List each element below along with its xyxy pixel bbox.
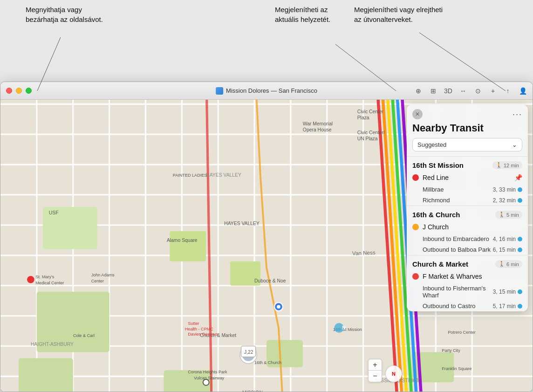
destination-name: Inbound to Fisherman's Wharf <box>423 285 493 299</box>
realtime-icon <box>518 304 522 309</box>
station-church-market: Church & Market 🚶 6 min F Market & Wharv… <box>407 255 528 311</box>
transit-line-f: F Market & Wharves <box>407 270 528 283</box>
svg-text:Cole & Carl: Cole & Carl <box>73 333 95 338</box>
close-button[interactable] <box>6 88 12 94</box>
line-name: F Market & Wharves <box>423 273 522 280</box>
compass-label: N <box>392 371 396 377</box>
search-button[interactable]: ⊙ <box>474 87 482 95</box>
transit-line-red: Red Line 📌 <box>407 171 528 184</box>
dest-castro[interactable]: Outbound to Castro 5, 17 min <box>407 301 528 311</box>
dest-richmond[interactable]: Richmond 2, 32 min <box>407 195 528 206</box>
destination-name: Richmond <box>423 197 493 204</box>
routes-callout: Megjelenítheti vagy elrejthetiaz útvonal… <box>354 5 443 24</box>
destination-name: Inbound to Embarcadero <box>423 235 493 242</box>
destination-name: Outbound to Balboa Park <box>423 246 493 253</box>
walk-icon: 🚶 <box>499 261 505 267</box>
overlay-button[interactable]: ⊞ <box>429 87 437 95</box>
sidebar-more-button[interactable]: ··· <box>512 110 522 119</box>
svg-text:Van Ness: Van Ness <box>352 249 376 256</box>
transit-time: 2, 32 min <box>493 197 522 204</box>
window-title: Mission Dolores — San Francisco <box>216 87 317 95</box>
directions-button[interactable]: ↔ <box>459 87 467 95</box>
zoom-out-button[interactable]: − <box>369 371 382 382</box>
svg-text:Davies Campus: Davies Campus <box>188 332 218 337</box>
line-name: J Church <box>423 223 522 231</box>
svg-text:HAYES VALLEY: HAYES VALLEY <box>206 172 241 178</box>
dropdown-value: Suggested <box>417 141 446 148</box>
add-button[interactable]: + <box>489 87 497 95</box>
transit-time: 3, 15 min <box>493 289 522 295</box>
dest-millbrae[interactable]: Millbrae 3, 33 min <box>407 184 528 195</box>
station-name: Church & Market <box>412 260 468 268</box>
callout-lines <box>0 0 533 93</box>
svg-text:Party City: Party City <box>442 348 460 353</box>
svg-text:Health - CPMC: Health - CPMC <box>185 327 213 331</box>
svg-text:PAINTED LADIES: PAINTED LADIES <box>173 173 207 178</box>
realtime-icon <box>518 198 522 203</box>
svg-text:Opera House: Opera House <box>303 127 332 132</box>
svg-text:Franklin Square: Franklin Square <box>442 366 472 371</box>
title-text: Mission Dolores — San Francisco <box>226 87 317 94</box>
sidebar-header: ✕ ··· <box>407 104 528 122</box>
maximize-button[interactable] <box>26 88 32 94</box>
svg-text:Corona Heights Park: Corona Heights Park <box>188 370 227 374</box>
svg-text:John Adams: John Adams <box>91 273 115 277</box>
transit-line-j: J Church <box>407 220 528 234</box>
dest-embarcadero[interactable]: Inbound to Embarcadero 4, 16 min <box>407 234 528 244</box>
station-walk-time: 🚶 6 min <box>495 260 522 268</box>
destination-name: Outbound to Castro <box>423 303 493 309</box>
line-color-dot <box>412 174 419 181</box>
main-window: Mission Dolores — San Francisco ⊕ ⊞ 3D ↔… <box>0 82 533 392</box>
svg-text:16th & Church: 16th & Church <box>254 360 281 365</box>
walk-icon: 🚶 <box>499 212 505 218</box>
profile-button[interactable]: 👤 <box>519 87 527 95</box>
compass[interactable]: N <box>385 365 402 382</box>
sidebar-callout: Megnyithatja vagybezárhatja az oldalsávo… <box>26 5 103 24</box>
sidebar-title: Nearby Transit <box>407 122 528 138</box>
svg-text:J,22: J,22 <box>244 350 253 355</box>
svg-text:MISSION: MISSION <box>242 390 263 392</box>
svg-text:Alamo Square: Alamo Square <box>167 238 198 243</box>
dest-fishermans-wharf[interactable]: Inbound to Fisherman's Wharf 3, 15 min <box>407 283 528 301</box>
station-name: 16th & Church <box>412 211 460 219</box>
svg-text:N: N <box>342 325 346 330</box>
map-container[interactable]: TENDERLOIN HAYES VALLEY HAIGHT-ASHBURY C… <box>0 100 533 392</box>
realtime-icon <box>518 289 522 294</box>
share-button[interactable]: ↑ <box>504 87 512 95</box>
sort-dropdown[interactable]: Suggested ⌄ <box>412 138 522 151</box>
transit-time: 3, 33 min <box>493 186 522 193</box>
station-name: 16th St Mission <box>412 161 464 169</box>
transit-time: 5, 17 min <box>493 303 522 309</box>
transit-time: 4, 16 min <box>493 236 522 242</box>
station-16th-church: 16th & Church 🚶 5 min J Church Inbound t… <box>407 206 528 255</box>
svg-rect-35 <box>170 231 206 261</box>
minimize-button[interactable] <box>16 88 22 94</box>
svg-text:Medical Center: Medical Center <box>35 281 64 285</box>
zoom-controls: + − <box>368 359 382 382</box>
station-header: 16th St Mission 🚶 12 min <box>407 157 528 171</box>
sidebar-close-button[interactable]: ✕ <box>412 109 423 119</box>
svg-text:Plaza: Plaza <box>357 115 369 120</box>
titlebar: Mission Dolores — San Francisco ⊕ ⊞ 3D ↔… <box>0 82 533 100</box>
svg-text:Civic Center: Civic Center <box>357 109 384 114</box>
svg-text:Civic Center/: Civic Center/ <box>357 130 385 135</box>
location-button[interactable]: ⊕ <box>414 87 423 95</box>
realtime-icon <box>518 248 522 252</box>
svg-rect-30 <box>19 358 73 392</box>
svg-point-78 <box>277 305 280 309</box>
3d-button[interactable]: 3D <box>444 87 452 95</box>
line-name: Red Line <box>423 174 511 181</box>
toolbar-actions: ⊕ ⊞ 3D ↔ ⊙ + ↑ 👤 <box>414 87 527 95</box>
callout-area: Megnyithatja vagybezárhatja az oldalsávo… <box>0 0 533 93</box>
svg-text:HAYES VALLEY: HAYES VALLEY <box>224 221 260 226</box>
station-16th-st-mission: 16th St Mission 🚶 12 min Red Line 📌 Mill… <box>407 156 528 206</box>
dest-balboa[interactable]: Outbound to Balboa Park 6, 15 min <box>407 244 528 255</box>
station-header: 16th & Church 🚶 5 min <box>407 206 528 220</box>
svg-text:USF: USF <box>49 210 59 215</box>
svg-text:War Memorial: War Memorial <box>303 121 333 126</box>
walk-icon: 🚶 <box>496 162 502 168</box>
realtime-icon <box>518 187 522 192</box>
transit-time: 6, 15 min <box>493 247 522 253</box>
zoom-in-button[interactable]: + <box>369 359 382 371</box>
svg-text:Sutter: Sutter <box>188 321 199 326</box>
